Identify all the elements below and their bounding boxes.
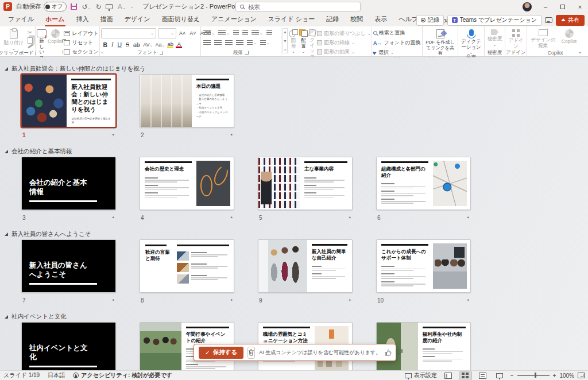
copy-icon[interactable] [28,37,33,44]
teams-present-button[interactable]: T Teams でプレゼンテーション [447,15,541,26]
ribbon-tab[interactable]: アニメーション [206,13,262,26]
section-header[interactable]: 社内イベントと文化 [5,313,588,321]
normal-view-button[interactable] [442,371,454,380]
pdf-share-button[interactable]: PDF を作成してリンクを共有 [424,28,457,56]
ribbon-tab[interactable]: 記録 [320,13,345,26]
increase-indent-icon[interactable] [241,30,249,37]
accessibility-status[interactable]: アクセシビリティ: 検討が必要です [73,371,172,379]
font-color-icon[interactable]: A⌄ [117,3,126,11]
section-button[interactable]: セクション⌄ [64,48,103,56]
keep-button[interactable]: ✓ 保持する [199,347,243,359]
replace-fonts-button[interactable]: A↔ フォントの置換 [373,39,421,46]
reset-button[interactable]: リセット [64,39,103,46]
user-avatar[interactable] [523,2,532,11]
ribbon-tab[interactable]: ファイル [2,13,40,26]
format-painter-icon[interactable] [28,44,33,48]
fit-to-window-icon[interactable] [578,373,585,378]
slideshow-view-button[interactable] [494,372,505,379]
font-dialog-launcher-icon[interactable] [160,51,163,55]
addins-button[interactable]: アドイン [506,28,525,49]
slide-thumbnail[interactable]: 新入社員の皆さんへようこそ [21,239,116,293]
bullets-icon[interactable]: ⌄ [202,30,216,37]
search-box[interactable] [235,2,361,11]
ribbon-tab[interactable]: 画面切り替え [156,13,206,26]
align-left-icon[interactable] [202,40,212,46]
slide-thumbnail[interactable]: 新入社員の簡単な自己紹介 [258,239,353,293]
align-center-icon[interactable] [213,40,223,46]
ribbon-tab[interactable]: 描画 [95,13,119,26]
bold-button[interactable]: B [101,40,110,49]
layout-button[interactable]: レイアウト⌄ [64,30,103,37]
select-button[interactable]: 選択⌄ [373,49,394,56]
maximize-button[interactable] [555,1,571,13]
text-direction-icon[interactable] [265,30,273,37]
arrange-button[interactable]: 配置⌄ [299,28,308,53]
find-replace-button[interactable]: 検索と置換 [373,29,405,37]
ribbon-tab[interactable]: 校閲 [345,13,369,26]
slide-thumbnail[interactable]: 会社の紹介と基本情報 [21,157,116,210]
slide-thumbnail[interactable]: 歓迎の言葉と期待 [140,239,234,293]
font-name-select[interactable]: ⌄ [101,28,156,38]
autosave-control[interactable]: 自動保存 オフ [16,2,67,11]
ribbon-tab[interactable]: デザイン [119,13,156,26]
section-collapse-icon[interactable] [5,150,8,153]
zoom-slider-thumb[interactable] [535,373,536,378]
section-collapse-icon[interactable] [5,67,8,71]
shadow-button[interactable]: S [124,40,131,49]
ribbon-tab[interactable]: 挿入 [71,13,95,26]
customize-qat-icon[interactable]: ⌄ [130,5,134,9]
close-button[interactable]: × [572,1,588,13]
line-spacing-icon[interactable]: ⌄ [250,30,264,37]
shape-outline-button[interactable]: 図形の枠線⌄ [317,39,371,46]
change-case-icon[interactable]: Aa⌄ [154,42,166,48]
thumbs-up-icon[interactable] [385,349,392,356]
text-highlight-icon[interactable]: ab [166,41,175,48]
save-icon[interactable] [71,3,77,10]
reading-view-button[interactable] [477,371,489,380]
section-header[interactable]: 新入社員の皆さんへようこそ [5,230,588,238]
slide-thumbnail[interactable]: 主な事業内容 [258,157,353,210]
redo-icon[interactable]: ↻ [95,3,101,11]
search-input[interactable] [247,3,356,11]
ribbon-tab[interactable]: ホーム [40,13,71,26]
align-text-icon[interactable]: ⌄ [259,40,271,46]
slide-thumbnail[interactable]: 組織構成と各部門の紹介 [376,157,471,210]
sensitivity-button[interactable]: 秘密度⌄ [486,28,504,46]
align-right-icon[interactable] [224,40,234,46]
design-ideas-button[interactable]: デザインの提案 [531,28,556,48]
font-size-select[interactable]: ⌄ [158,28,176,38]
shape-effects-button[interactable]: 図形の効果⌄ [317,48,371,56]
section-collapse-icon[interactable] [5,315,8,319]
slide-counter[interactable]: スライド 1/19 [3,371,40,379]
zoom-slider[interactable] [517,375,550,375]
slide-thumbnail[interactable]: 会社の歴史と理念 [140,157,234,210]
ribbon-tab[interactable]: スライド ショー [262,13,321,26]
dictation-button[interactable]: ディクテーション⌄ [459,28,483,54]
collapse-ribbon-icon[interactable]: ⌄ [578,49,582,55]
slide-thumbnail[interactable]: 社内イベントと文化 [21,322,116,370]
decrease-indent-icon[interactable] [232,30,240,37]
cut-icon[interactable]: ✂ [28,30,33,36]
section-header[interactable]: 会社の紹介と基本情報 [5,148,588,156]
numbering-icon[interactable]: ⌄ [217,30,231,37]
shape-gallery[interactable]: ▲▼≡ [283,28,288,53]
share-button[interactable]: 共有 [556,15,585,26]
thumbs-down-icon[interactable] [396,349,403,356]
ribbon-tab[interactable]: 表示 [369,13,393,26]
shape-fill-button[interactable]: 図形の塗りつぶし⌄ [317,30,371,37]
zoom-level[interactable]: 100% [559,373,574,379]
paste-button[interactable]: 貼り付け⌄ [1,28,26,50]
language-indicator[interactable]: 日本語 [48,371,65,379]
copilot-slides-button[interactable]: Copilot [48,28,63,45]
minimize-button[interactable]: – [537,1,554,13]
slide-thumbnail[interactable]: 新入社員歓迎会：新しい仲間とのはじまりを祝う会社生活の第一歩を明るく迎える会 [21,74,116,127]
justify-icon[interactable] [235,40,245,46]
zoom-out-button[interactable]: − [510,373,514,379]
slide-sorter-view-button[interactable] [459,371,471,380]
font-color-button[interactable]: A [175,41,183,48]
comments-icon[interactable] [545,17,552,23]
increase-font-size-icon[interactable]: A˄ [178,30,187,36]
section-header[interactable]: 新入社員歓迎会：新しい仲間とのはじまりを祝う [5,65,588,73]
italic-button[interactable]: I [110,40,116,49]
strikethrough-button[interactable]: ab [131,40,142,49]
